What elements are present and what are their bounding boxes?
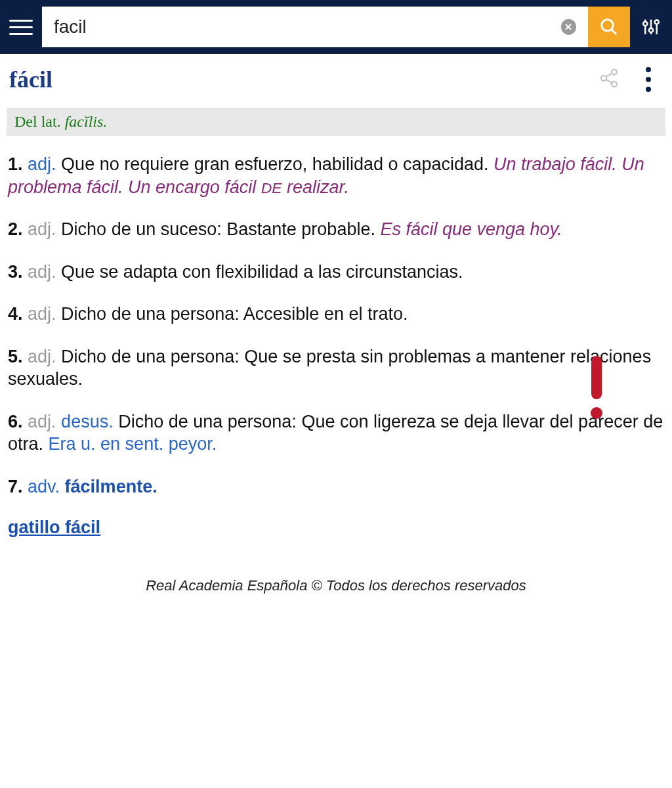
svg-line-3 (612, 30, 617, 35)
pos-abbr[interactable]: adj. (28, 219, 56, 239)
top-bar (0, 0, 672, 54)
settings-icon[interactable] (639, 17, 663, 37)
svg-line-14 (606, 79, 612, 83)
definition-2: 2. adj. Dicho de un suceso: Bastante pro… (8, 218, 664, 241)
pos-abbr[interactable]: adv. (28, 477, 60, 496)
search-box (42, 7, 588, 47)
pos-abbr[interactable]: adj. (28, 262, 56, 282)
more-icon[interactable] (646, 67, 651, 92)
search-wrap (42, 7, 630, 47)
svg-point-9 (655, 20, 659, 24)
headword: fácil (9, 66, 52, 93)
definition-4: 4. adj. Dicho de una persona: Accesible … (8, 303, 664, 326)
alert-icon[interactable] (591, 356, 602, 419)
svg-line-13 (606, 74, 612, 77)
svg-point-7 (649, 28, 653, 32)
pos-abbr[interactable]: adj. (28, 412, 56, 431)
definition-5: 5. adj. Dicho de una persona: Que se pre… (8, 345, 664, 391)
search-input[interactable] (54, 16, 561, 37)
clear-icon[interactable] (561, 19, 576, 35)
usage-marker[interactable]: desus. (61, 412, 114, 431)
etymology: Del lat. facĭlis. (7, 108, 665, 136)
share-icon[interactable] (598, 68, 620, 91)
svg-point-10 (612, 70, 617, 75)
svg-point-2 (602, 20, 614, 32)
search-button[interactable] (588, 7, 630, 47)
svg-point-5 (643, 22, 647, 26)
usage-note[interactable]: Era u. en sent. peyor. (49, 434, 217, 454)
related-link[interactable]: gatillo fácil (8, 517, 100, 537)
definitions: 1. adj. Que no requiere gran esfuerzo, h… (0, 153, 672, 498)
definition-7: 7. adv. fácilmente. (8, 475, 664, 498)
title-bar: fácil (0, 54, 672, 108)
pos-abbr[interactable]: adj. (28, 154, 56, 174)
definition-6: 6. adj. desus. Dicho de una persona: Que… (8, 410, 664, 456)
pos-abbr[interactable]: adj. (28, 304, 56, 324)
svg-point-11 (601, 76, 606, 81)
menu-icon[interactable] (9, 15, 33, 39)
title-actions (598, 67, 663, 92)
content: fácil Del lat. facĭlis. 1. adj. Que no r… (0, 54, 672, 594)
cross-ref-link[interactable]: fácilmente. (65, 477, 158, 496)
copyright: Real Academia Española © Todos los derec… (0, 577, 672, 594)
etym-prefix: Del lat. (14, 113, 65, 130)
svg-point-12 (612, 81, 617, 87)
pos-abbr[interactable]: adj. (28, 347, 56, 366)
definition-3: 3. adj. Que se adapta con flexibilidad a… (8, 261, 664, 284)
etym-word: facĭlis. (65, 113, 108, 130)
definition-1: 1. adj. Que no requiere gran esfuerzo, h… (8, 153, 664, 198)
example: Es fácil que venga hoy. (380, 219, 562, 239)
related-entry: gatillo fácil (0, 517, 672, 538)
